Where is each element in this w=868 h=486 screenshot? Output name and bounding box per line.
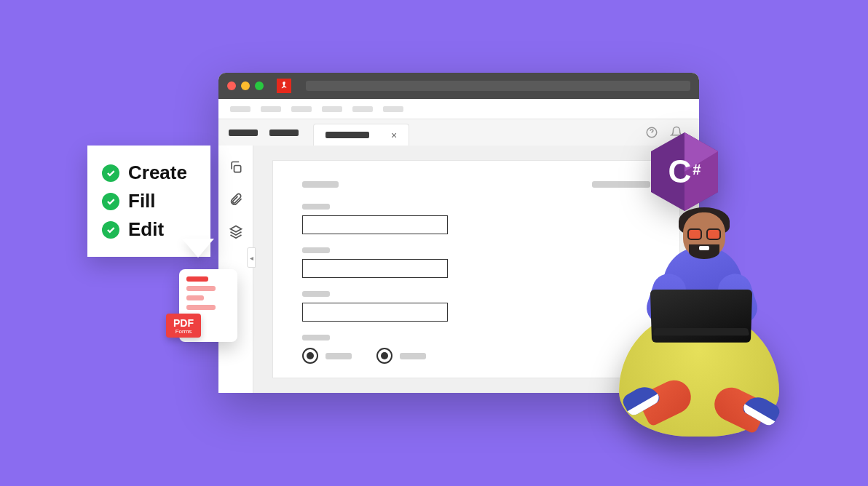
titlebar-address <box>306 81 690 91</box>
check-item: Edit <box>102 215 187 244</box>
toolbar <box>218 99 699 119</box>
check-icon <box>102 193 119 210</box>
radio-icon <box>302 348 318 364</box>
form-meta-placeholder <box>592 181 650 188</box>
radio-label <box>326 353 352 359</box>
doc-line <box>186 286 216 291</box>
toolbar-item[interactable] <box>383 106 403 112</box>
field-label <box>302 247 330 253</box>
window-close-icon[interactable] <box>227 81 236 90</box>
traffic-lights <box>227 81 264 90</box>
pdf-badge: PDF Forms <box>166 314 201 338</box>
text-input[interactable] <box>302 303 448 322</box>
csharp-badge: C# <box>648 131 721 212</box>
tab-active[interactable]: × <box>313 124 409 146</box>
radio-icon <box>376 348 392 364</box>
doc-line <box>186 295 204 300</box>
close-icon[interactable]: × <box>391 130 397 141</box>
window-maximize-icon[interactable] <box>255 81 264 90</box>
toolbar-item[interactable] <box>230 106 250 112</box>
toolbar-item[interactable] <box>261 106 281 112</box>
form-title-placeholder <box>302 181 339 188</box>
toolbar-item[interactable] <box>322 106 342 112</box>
toolbar-item[interactable] <box>291 106 312 112</box>
svg-rect-1 <box>234 166 240 172</box>
check-icon <box>102 221 119 239</box>
speech-tail-icon <box>182 239 214 258</box>
tab-label <box>326 132 369 138</box>
attachment-icon[interactable] <box>229 192 243 207</box>
acrobat-icon <box>277 79 291 93</box>
mouth <box>699 246 709 250</box>
radio-option[interactable] <box>302 348 352 364</box>
field-label <box>302 291 330 297</box>
layers-icon[interactable] <box>229 224 243 239</box>
copy-icon[interactable] <box>229 160 243 175</box>
check-item: Fill <box>102 187 187 215</box>
tab-item[interactable] <box>229 130 258 136</box>
check-label: Create <box>128 159 187 187</box>
pdf-card: PDF Forms <box>179 269 237 342</box>
laptop-base <box>653 328 750 335</box>
glasses-icon <box>687 228 721 240</box>
check-label: Edit <box>128 215 164 244</box>
radio-label <box>400 353 426 359</box>
text-input[interactable] <box>302 215 448 234</box>
check-item: Create <box>102 159 187 187</box>
doc-line <box>186 305 216 310</box>
field-label <box>302 204 330 210</box>
toolbar-item[interactable] <box>352 106 373 112</box>
tab-bar: × <box>218 119 699 146</box>
titlebar <box>218 73 699 99</box>
window-minimize-icon[interactable] <box>241 81 250 90</box>
check-label: Fill <box>128 187 156 215</box>
field-label <box>302 335 330 340</box>
check-icon <box>102 164 119 182</box>
expand-handle-icon[interactable]: ◂ <box>247 247 256 268</box>
pdf-badge-subtitle: Forms <box>173 328 194 335</box>
pdf-badge-title: PDF <box>173 318 194 328</box>
text-input[interactable] <box>302 259 448 278</box>
tab-item[interactable] <box>269 130 299 136</box>
radio-option[interactable] <box>376 348 426 364</box>
csharp-label: C# <box>648 131 721 212</box>
doc-line <box>186 276 208 282</box>
person-illustration <box>597 218 801 437</box>
